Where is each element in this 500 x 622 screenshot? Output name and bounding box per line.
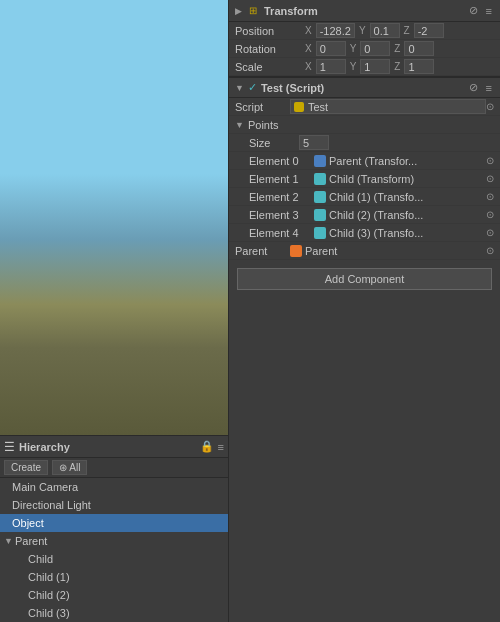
position-y-input[interactable]: 0.1 xyxy=(370,23,400,38)
parent-field-label: Parent xyxy=(235,245,290,257)
scale-values: X 1 Y 1 Z 1 xyxy=(305,59,494,74)
position-x-input[interactable]: -128.2 xyxy=(316,23,355,38)
script-menu-button[interactable]: ≡ xyxy=(484,82,494,94)
script-link-button[interactable]: ⊙ xyxy=(486,101,494,112)
element-1-row: Element 1 Child (Transform) ⊙ xyxy=(229,170,500,188)
checkbox-icon[interactable]: ✓ xyxy=(248,81,257,94)
hierarchy-toolbar: Create ⊛ All xyxy=(0,458,228,478)
directional-light-label: Directional Light xyxy=(12,499,91,511)
viewport[interactable] xyxy=(0,0,228,435)
element-2-value: Child (1) (Transfo... xyxy=(314,191,486,203)
hierarchy-item-parent[interactable]: ▼ Parent xyxy=(0,532,228,550)
hierarchy-item-child1[interactable]: Child xyxy=(0,550,228,568)
lock-icon[interactable]: 🔒 xyxy=(200,440,214,453)
parent-icon xyxy=(290,245,302,257)
element-4-label: Element 4 xyxy=(249,227,314,239)
element-1-link-button[interactable]: ⊙ xyxy=(486,173,494,184)
rotation-z-axis: Z xyxy=(394,43,400,54)
points-header[interactable]: ▼ Points xyxy=(229,116,500,134)
parent-field-row: Parent Parent ⊙ xyxy=(229,242,500,260)
position-z-axis: Z xyxy=(404,25,410,36)
hierarchy-item-child4[interactable]: Child (3) xyxy=(0,604,228,622)
element-1-value: Child (Transform) xyxy=(314,173,486,185)
add-component-button[interactable]: Add Component xyxy=(237,268,492,290)
element-0-label: Element 0 xyxy=(249,155,314,167)
size-label: Size xyxy=(249,137,299,149)
points-label: Points xyxy=(248,119,298,131)
scene-view: ☰ Hierarchy 🔒 ≡ Create ⊛ All Main Camera… xyxy=(0,0,228,622)
hierarchy-item-child3[interactable]: Child (2) xyxy=(0,586,228,604)
hierarchy-title: Hierarchy xyxy=(19,441,70,453)
scale-y-input[interactable]: 1 xyxy=(360,59,390,74)
scale-x-axis: X xyxy=(305,61,312,72)
element-0-link-button[interactable]: ⊙ xyxy=(486,155,494,166)
element-4-value: Child (3) (Transfo... xyxy=(314,227,486,239)
scale-row: Scale X 1 Y 1 Z 1 xyxy=(229,58,500,76)
script-value-field[interactable]: Test xyxy=(290,99,486,114)
element-3-icon xyxy=(314,209,326,221)
element-1-icon xyxy=(314,173,326,185)
position-x-axis: X xyxy=(305,25,312,36)
position-y-axis: Y xyxy=(359,25,366,36)
transform-lock-button[interactable]: ⊘ xyxy=(467,4,480,17)
inspector-panel: ▶ ⊞ Transform ⊘ ≡ Position X -128.2 Y 0.… xyxy=(228,0,500,622)
child2-label: Child (1) xyxy=(28,571,70,583)
rotation-label: Rotation xyxy=(235,43,305,55)
hierarchy-item-child2[interactable]: Child (1) xyxy=(0,568,228,586)
object-label: Object xyxy=(12,517,44,529)
transform-header: ▶ ⊞ Transform ⊘ ≡ xyxy=(229,0,500,22)
script-section: ▼ ✓ Test (Script) ⊘ ≡ Script Test ⊙ ▼ Po… xyxy=(229,76,500,260)
script-icon xyxy=(294,102,304,112)
transform-menu-button[interactable]: ≡ xyxy=(484,5,494,17)
element-0-icon xyxy=(314,155,326,167)
element-4-row: Element 4 Child (3) (Transfo... ⊙ xyxy=(229,224,500,242)
element-0-row: Element 0 Parent (Transfor... ⊙ xyxy=(229,152,500,170)
script-property-row: Script Test ⊙ xyxy=(229,98,500,116)
parent-label: Parent xyxy=(15,535,47,547)
menu-icon[interactable]: ≡ xyxy=(218,441,224,453)
rotation-x-axis: X xyxy=(305,43,312,54)
rotation-z-input[interactable]: 0 xyxy=(404,41,434,56)
element-3-link-button[interactable]: ⊙ xyxy=(486,209,494,220)
size-input[interactable]: 5 xyxy=(299,135,329,150)
rotation-values: X 0 Y 0 Z 0 xyxy=(305,41,494,56)
transform-title: Transform xyxy=(264,5,463,17)
scale-x-input[interactable]: 1 xyxy=(316,59,346,74)
parent-link-button[interactable]: ⊙ xyxy=(486,245,494,256)
hierarchy-panel: ☰ Hierarchy 🔒 ≡ Create ⊛ All Main Camera… xyxy=(0,435,228,622)
element-4-link-button[interactable]: ⊙ xyxy=(486,227,494,238)
script-header: ▼ ✓ Test (Script) ⊘ ≡ xyxy=(229,76,500,98)
child3-label: Child (2) xyxy=(28,589,70,601)
scale-y-axis: Y xyxy=(350,61,357,72)
position-label: Position xyxy=(235,25,305,37)
scale-label: Scale xyxy=(235,61,305,73)
all-icon: ⊛ xyxy=(59,462,69,473)
element-0-value: Parent (Transfor... xyxy=(314,155,486,167)
hierarchy-item-object[interactable]: Object xyxy=(0,514,228,532)
element-2-row: Element 2 Child (1) (Transfo... ⊙ xyxy=(229,188,500,206)
position-values: X -128.2 Y 0.1 Z -2 xyxy=(305,23,494,38)
scale-z-axis: Z xyxy=(394,61,400,72)
rotation-y-input[interactable]: 0 xyxy=(360,41,390,56)
element-1-label: Element 1 xyxy=(249,173,314,185)
transform-arrow-icon: ▶ xyxy=(235,6,242,16)
parent-field-value: Parent xyxy=(290,245,337,257)
hierarchy-item-directional-light[interactable]: Directional Light xyxy=(0,496,228,514)
script-lock-button[interactable]: ⊘ xyxy=(467,81,480,94)
create-button[interactable]: Create xyxy=(4,460,48,475)
rotation-row: Rotation X 0 Y 0 Z 0 xyxy=(229,40,500,58)
scale-z-input[interactable]: 1 xyxy=(404,59,434,74)
rotation-x-input[interactable]: 0 xyxy=(316,41,346,56)
script-arrow-icon: ▼ xyxy=(235,83,244,93)
position-z-input[interactable]: -2 xyxy=(414,23,444,38)
arrow-icon: ▼ xyxy=(4,536,13,546)
position-row: Position X -128.2 Y 0.1 Z -2 xyxy=(229,22,500,40)
hierarchy-item-main-camera[interactable]: Main Camera xyxy=(0,478,228,496)
main-camera-label: Main Camera xyxy=(12,481,78,493)
size-row: Size 5 xyxy=(229,134,500,152)
points-section: ▼ Points Size 5 Element 0 Parent (Transf… xyxy=(229,116,500,242)
points-arrow-icon: ▼ xyxy=(235,120,244,130)
all-button[interactable]: ⊛ All xyxy=(52,460,87,475)
element-2-link-button[interactable]: ⊙ xyxy=(486,191,494,202)
element-2-label: Element 2 xyxy=(249,191,314,203)
